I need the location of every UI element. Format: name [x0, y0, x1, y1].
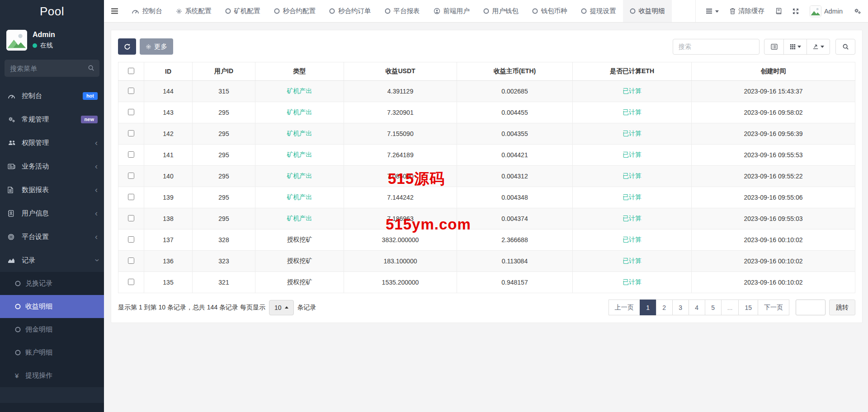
columns-button[interactable]: [783, 39, 807, 55]
row-checkbox[interactable]: [128, 109, 134, 115]
newspaper-icon: [8, 164, 19, 169]
circleo-icon: [329, 8, 335, 14]
page-button-5[interactable]: 5: [705, 300, 722, 315]
search-button[interactable]: [835, 39, 855, 55]
row-checkbox[interactable]: [128, 258, 134, 264]
tab-用户钱包[interactable]: 用户钱包: [476, 0, 525, 22]
cell-type: 矿机产出: [255, 123, 344, 145]
sidebar-item-平台设置[interactable]: 平台设置 ‹: [0, 225, 104, 248]
cell-usdt: 7.155090: [344, 123, 457, 145]
gear-icon: [146, 44, 151, 50]
cell-time: 2023-09-16 00:10:02: [692, 272, 855, 293]
sidebar-item-业务活动[interactable]: 业务活动 ‹: [0, 154, 104, 178]
column-header[interactable]: 创建时间: [692, 62, 855, 81]
cell-calc: 已计算: [573, 208, 692, 229]
sidebar-search-input[interactable]: [5, 60, 99, 77]
sidebar-item-常规管理[interactable]: 常规管理 new: [0, 108, 104, 131]
new-badge: new: [81, 116, 98, 123]
sidebar-subitem-提现操作[interactable]: ¥ 提现操作: [0, 364, 104, 387]
fullscreen-button[interactable]: [793, 8, 799, 14]
sidebar-item-权限管理[interactable]: 权限管理 ‹: [0, 131, 104, 154]
tab-提现设置[interactable]: 提现设置: [574, 0, 623, 22]
sidebar-subitem-账户明细[interactable]: 账户明细: [0, 341, 104, 364]
cell-usdt: 1535.200000: [344, 272, 457, 293]
users-icon: [8, 140, 19, 146]
log-icon: [775, 8, 782, 14]
column-header[interactable]: ID: [144, 62, 193, 81]
sidebar-item-数据报表[interactable]: 数据报表 ‹: [0, 178, 104, 201]
detail-view-button[interactable]: [764, 39, 784, 55]
cell-uid: 323: [193, 251, 255, 272]
jump-button[interactable]: 跳转: [829, 300, 855, 315]
content: 更多: [104, 23, 868, 412]
log-button[interactable]: [775, 8, 782, 14]
export-icon: [812, 43, 819, 50]
row-checkbox[interactable]: [128, 173, 134, 179]
cell-id: 141: [144, 145, 193, 166]
page-button-4[interactable]: 4: [689, 300, 705, 315]
sidebar-subitem-兑换记录[interactable]: 兑换记录: [0, 272, 104, 295]
sidebar-subitem-收益明细[interactable]: 收益明细: [0, 295, 104, 318]
column-header[interactable]: 收益USDT: [344, 62, 457, 81]
circleo-icon: [274, 8, 280, 14]
cell-calc: 已计算: [573, 187, 692, 208]
tab-秒合约配置[interactable]: 秒合约配置: [267, 0, 323, 22]
row-checkbox[interactable]: [128, 236, 134, 243]
row-checkbox[interactable]: [128, 151, 134, 158]
cell-calc: 已计算: [573, 229, 692, 251]
page-button-15[interactable]: 15: [738, 300, 758, 315]
tab-前端用户[interactable]: 前端用户: [427, 0, 476, 22]
cell-calc: 已计算: [573, 123, 692, 145]
hamburger-icon[interactable]: [104, 0, 125, 22]
settings-button[interactable]: [854, 8, 861, 14]
page-button-下一页[interactable]: 下一页: [758, 300, 789, 315]
tab-控制台[interactable]: 控制台: [125, 0, 169, 22]
cell-type: 授权挖矿: [255, 229, 344, 251]
clear-cache-button[interactable]: 清除缓存: [730, 7, 764, 15]
bars-icon: [706, 8, 712, 14]
page-size-select[interactable]: 10: [269, 300, 294, 315]
page-button-2[interactable]: 2: [656, 300, 673, 315]
column-header[interactable]: 收益主币(ETH): [457, 62, 573, 81]
tab-矿机配置[interactable]: 矿机配置: [218, 0, 267, 22]
row-checkbox[interactable]: [128, 279, 134, 285]
cell-calc: 已计算: [573, 272, 692, 293]
sidebar-item-用户信息[interactable]: 用户信息 ‹: [0, 201, 104, 225]
circleo-icon: [15, 281, 25, 286]
table-header-row: ID用户ID类型收益USDT收益主币(ETH)是否已计算ETH创建时间: [118, 62, 855, 81]
sidebar-item-记录[interactable]: 记录 ‹: [0, 248, 104, 272]
column-header[interactable]: 类型: [255, 62, 344, 81]
page-button-上一页[interactable]: 上一页: [609, 300, 640, 315]
tab-钱包币种[interactable]: 钱包币种: [525, 0, 574, 22]
cell-calc: 已计算: [573, 102, 692, 123]
page-button-1[interactable]: 1: [640, 300, 656, 315]
row-checkbox[interactable]: [128, 194, 134, 200]
row-checkbox[interactable]: [128, 130, 134, 136]
user-menu[interactable]: Admin: [810, 5, 843, 17]
page-button-3[interactable]: 3: [672, 300, 689, 315]
column-header[interactable]: 用户ID: [193, 62, 255, 81]
more-button[interactable]: 更多: [140, 38, 173, 55]
tab-平台报表[interactable]: 平台报表: [378, 0, 427, 22]
sidebar-submenu: 兑换记录 收益明细 佣金明细 账户明细 ¥ 提现操作: [0, 272, 104, 387]
export-button[interactable]: [807, 39, 830, 55]
tab-系统配置[interactable]: 系统配置: [169, 0, 218, 22]
online-dot-icon: [33, 43, 37, 48]
select-all-checkbox[interactable]: [128, 68, 134, 74]
row-checkbox[interactable]: [128, 88, 134, 94]
cell-type: 矿机产出: [255, 102, 344, 123]
tab-收益明细[interactable]: 收益明细: [623, 0, 672, 22]
cell-uid: 321: [193, 272, 255, 293]
nav-list-dropdown[interactable]: [706, 8, 719, 14]
tab-秒合约订单[interactable]: 秒合约订单: [322, 0, 378, 22]
sidebar-subitem-佣金明细[interactable]: 佣金明细: [0, 318, 104, 341]
cell-id: 136: [144, 251, 193, 272]
sidebar-item-控制台[interactable]: 控制台 hot: [0, 84, 104, 108]
column-header[interactable]: 是否已计算ETH: [573, 62, 692, 81]
hot-badge: hot: [83, 92, 98, 100]
row-checkbox[interactable]: [128, 215, 134, 221]
refresh-button[interactable]: [118, 38, 136, 55]
table-search-input[interactable]: [673, 39, 760, 55]
file-icon: [8, 187, 19, 193]
jump-page-input[interactable]: [796, 300, 826, 315]
